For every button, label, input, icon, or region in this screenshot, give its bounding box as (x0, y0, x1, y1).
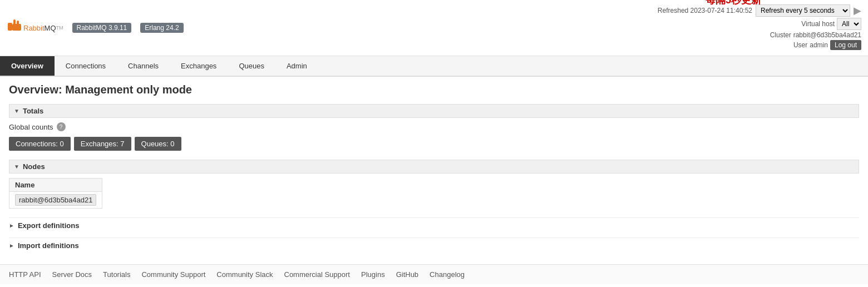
footer-link-http-api[interactable]: HTTP API (9, 270, 41, 279)
footer-link-community-slack[interactable]: Community Slack (216, 270, 273, 279)
nodes-label: Nodes (23, 162, 45, 171)
cluster-row: Cluster rabbit@6d3b5ba4ad21 (658, 31, 861, 39)
user-value: admin (810, 41, 828, 49)
erlang-version-badge: Erlang 24.2 (140, 23, 183, 33)
nodes-section: ▼ Nodes Name rabbit@6d3b5ba4ad21 (9, 160, 859, 209)
exchanges-label: Exchanges: (81, 140, 119, 148)
global-counts-label: Global counts (9, 123, 53, 131)
nav-item-admin[interactable]: Admin (275, 56, 318, 76)
logout-button[interactable]: Log out (830, 40, 861, 50)
header-right: Refreshed 2023-07-24 11:40:52 Refresh ev… (658, 4, 861, 51)
nav-item-exchanges[interactable]: Exchanges (170, 56, 228, 76)
export-section: ► Export definitions (9, 217, 859, 233)
import-section: ► Import definitions (9, 237, 859, 253)
footer-link-plugins[interactable]: Plugins (361, 270, 385, 279)
totals-label: Totals (23, 107, 43, 115)
virtual-host-row: Virtual host All / (658, 18, 861, 30)
rabbitmq-logo-icon (7, 18, 22, 34)
cluster-value: rabbit@6d3b5ba4ad21 (793, 31, 861, 39)
footer-link-community-support[interactable]: Community Support (141, 270, 205, 279)
connections-badge: Connections: 0 (9, 137, 71, 151)
totals-arrow-icon: ▼ (14, 108, 19, 114)
import-header[interactable]: ► Import definitions (9, 237, 859, 253)
nodes-name-col-header: Name (9, 179, 102, 192)
queues-badge: Queues: 0 (135, 137, 181, 151)
export-arrow-icon: ► (9, 222, 14, 229)
global-counts-help-icon[interactable]: ? (57, 122, 66, 131)
node-name-link[interactable]: rabbit@6d3b5ba4ad21 (15, 194, 96, 206)
nodes-section-header[interactable]: ▼ Nodes (9, 160, 859, 174)
refreshed-label: Refreshed 2023-07-24 11:40:52 (658, 7, 752, 14)
import-arrow-icon: ► (9, 243, 14, 249)
connections-value: 0 (60, 140, 64, 148)
svg-rect-3 (12, 24, 21, 31)
svg-rect-0 (8, 23, 12, 31)
nodes-arrow-icon: ▼ (14, 164, 19, 170)
table-row: rabbit@6d3b5ba4ad21 (9, 192, 102, 209)
footer-link-server-docs[interactable]: Server Docs (52, 270, 92, 279)
rabbitmq-version-badge: RabbitMQ 3.9.11 (72, 23, 132, 33)
logo-tm: TM (56, 25, 63, 31)
logo-rabbit: Rabbit (23, 24, 45, 32)
refresh-row: Refreshed 2023-07-24 11:40:52 Refresh ev… (658, 4, 861, 17)
counts-row: Connections: 0 Exchanges: 7 Queues: 0 (9, 137, 859, 151)
refresh-toggle-icon[interactable]: ▶ (854, 4, 861, 17)
queues-value: 0 (170, 140, 174, 148)
footer-link-github[interactable]: GitHub (396, 270, 418, 279)
virtual-host-select[interactable]: All / (837, 18, 861, 30)
footer-link-changelog[interactable]: Changelog (430, 270, 465, 279)
user-label: User (793, 41, 807, 49)
global-counts-row: Global counts ? (9, 122, 859, 131)
nav: Overview Connections Channels Exchanges … (0, 56, 868, 77)
node-name-cell: rabbit@6d3b5ba4ad21 (9, 192, 102, 209)
connections-label: Connections: (16, 140, 58, 148)
nodes-table: Name rabbit@6d3b5ba4ad21 (9, 178, 102, 209)
logo-area: RabbitMQTM RabbitMQ 3.9.11 Erlang 24.2 (7, 18, 184, 38)
queues-label: Queues: (141, 140, 169, 148)
page-title: Overview: Management only mode (9, 83, 859, 96)
totals-section: ▼ Totals Global counts ? Connections: 0 … (9, 104, 859, 151)
virtual-host-label: Virtual host (801, 20, 835, 28)
exchanges-badge: Exchanges: 7 (74, 137, 131, 151)
export-header[interactable]: ► Export definitions (9, 217, 859, 233)
footer-link-tutorials[interactable]: Tutorials (103, 270, 130, 279)
exchanges-value: 7 (120, 140, 124, 148)
header: RabbitMQTM RabbitMQ 3.9.11 Erlang 24.2 R… (0, 0, 868, 56)
nav-item-overview[interactable]: Overview (0, 56, 55, 76)
cluster-label: Cluster (770, 31, 791, 39)
footer-link-commercial-support[interactable]: Commercial Support (284, 270, 351, 279)
export-label: Export definitions (18, 221, 80, 230)
nav-item-connections[interactable]: Connections (55, 56, 117, 76)
logo: RabbitMQTM (7, 18, 63, 38)
user-row: User admin Log out (658, 40, 861, 50)
refresh-select[interactable]: Refresh every 5 seconds Refresh every 10… (756, 4, 850, 17)
nav-item-channels[interactable]: Channels (117, 56, 170, 76)
import-label: Import definitions (18, 241, 79, 250)
main-content: Overview: Management only mode ▼ Totals … (0, 77, 868, 264)
totals-section-header[interactable]: ▼ Totals (9, 104, 859, 118)
logo-mq: MQ (45, 24, 56, 32)
nav-item-queues[interactable]: Queues (228, 56, 275, 76)
footer: HTTP API Server Docs Tutorials Community… (0, 264, 868, 284)
